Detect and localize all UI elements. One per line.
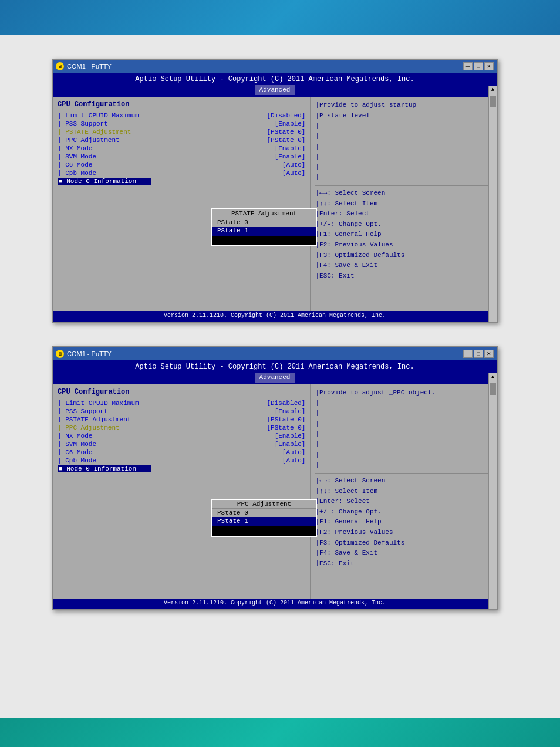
keybinds-1: |←→: Select Screen |↑↓: Select Item |Ent… [315,188,492,281]
keybinds-2: |←→: Select Screen |↑↓: Select Item |Ent… [315,476,492,569]
bios-body-1: CPU Configuration | Limit CPUID Maximum … [53,97,497,317]
putty-window-2: 🖥 COM1 - PuTTY ─ □ ✕ Aptio Setup Utility… [52,346,498,610]
row-value-1-4: [PState 0] [266,137,305,144]
row-label-2-7: | C6 Mode [58,449,151,456]
bios-row-1-6: | SVM Mode [Enable] [58,153,305,160]
help-text-1: |Provide to adjust startup |P-state leve… [315,100,492,183]
row-label-2-4: | PPC Adjustment [58,424,151,431]
bios-row-2-4: | PPC Adjustment [PState 0] [58,424,305,431]
bottom-banner [0,718,560,747]
minimize-button-1[interactable]: ─ [463,62,473,70]
row-label-1-2: | PSS Support [58,120,151,127]
dropdown-title-2: PPC Adjustment [212,500,316,509]
row-value-2-8: [Auto] [282,457,306,464]
bios-row-2-3: | PSTATE Adjustment [PState 0] [58,416,305,423]
window-title-2: COM1 - PuTTY [67,350,112,357]
row-label-1-4: | PPC Adjustment [58,137,151,144]
tab-row-1: Advanced [53,85,497,95]
row-label-2-2: | PSS Support [58,408,151,415]
bios-header-2: Aptio Setup Utility - Copyright (C) 2011… [53,360,497,384]
row-label-2-9: ■ Node 0 Information [58,465,151,472]
close-button-2[interactable]: ✕ [484,350,494,358]
row-value-1-8: [Auto] [282,170,306,177]
title-bar-left-2: 🖥 COM1 - PuTTY [56,350,112,358]
row-label-1-9: ■ Node 0 Information [58,178,151,185]
tab-row-2: Advanced [53,373,497,383]
row-label-2-1: | Limit CPUID Maximum [58,400,151,407]
bios-screen-2: Aptio Setup Utility - Copyright (C) 2011… [53,360,497,609]
bios-body-2: CPU Configuration | Limit CPUID Maximum … [53,384,497,605]
dropdown-1: PSTATE Adjustment PState 0 PState 1 [211,208,317,246]
help-divider-2 [315,473,492,474]
dropdown-item-1-0[interactable]: PState 0 [212,218,316,227]
minimize-button-2[interactable]: ─ [463,350,473,358]
close-button-1[interactable]: ✕ [484,62,494,70]
section-title-1: CPU Configuration [58,100,305,109]
bios-footer-1: Version 2.11.1210. Copyright (C) 2011 Am… [53,311,497,322]
row-value-2-5: [Enable] [275,432,306,440]
row-label-1-6: | SVM Mode [58,153,151,160]
row-value-2-4: [PState 0] [266,424,305,431]
dropdown-item-2-0[interactable]: PState 0 [212,509,316,517]
bios-header-title-2: Aptio Setup Utility - Copyright (C) 2011… [53,362,497,372]
row-label-2-8: | Cpb Mode [58,457,151,464]
title-bar-left-1: 🖥 COM1 - PuTTY [56,62,112,70]
row-value-1-7: [Auto] [282,161,306,168]
row-value-2-6: [Enable] [275,441,306,448]
title-bar-1: 🖥 COM1 - PuTTY ─ □ ✕ [53,60,497,73]
help-text-2: |Provide to adjust _PPC object. | | | | … [315,388,492,471]
title-bar-buttons-1: ─ □ ✕ [463,62,494,70]
bios-header-title-1: Aptio Setup Utility - Copyright (C) 2011… [53,75,497,84]
bios-header-1: Aptio Setup Utility - Copyright (C) 2011… [53,73,497,97]
dropdown-2: PPC Adjustment PState 0 PState 1 [211,499,317,537]
scrollbar-1[interactable]: ▲ [488,86,497,322]
bios-row-2-6: | SVM Mode [Enable] [58,441,305,448]
bios-tab-2[interactable]: Advanced [255,373,295,383]
bios-row-2-8: | Cpb Mode [Auto] [58,457,305,464]
bios-footer-2: Version 2.11.1210. Copyright (C) 2011 Am… [53,599,497,609]
maximize-button-1[interactable]: □ [474,62,483,70]
bios-right-1: |Provide to adjust startup |P-state leve… [310,97,497,317]
row-value-2-3: [PState 0] [266,416,305,423]
row-value-2-1: [Disabled] [266,400,305,407]
scrollbar-2[interactable]: ▲ [488,373,497,609]
dropdown-item-1-1[interactable]: PState 1 [212,227,316,235]
bios-tab-1[interactable]: Advanced [255,85,295,95]
bios-screen-1: Aptio Setup Utility - Copyright (C) 2011… [53,73,497,322]
bios-row-1-3: | PSTATE Adjustment [PState 0] [58,129,305,136]
row-value-2-2: [Enable] [275,408,306,415]
bios-row-1-7: | C6 Mode [Auto] [58,161,305,168]
row-label-1-1: | Limit CPUID Maximum [58,112,151,119]
row-label-2-5: | NX Mode [58,432,151,440]
row-label-2-6: | SVM Mode [58,441,151,448]
top-banner [0,0,560,35]
bios-row-1-8: | Cpb Mode [Auto] [58,170,305,177]
bios-row-1-1: | Limit CPUID Maximum [Disabled] [58,112,305,119]
window-title-1: COM1 - PuTTY [67,63,112,70]
bios-row-2-9: ■ Node 0 Information [58,465,305,472]
maximize-button-2[interactable]: □ [474,350,483,358]
row-value-1-3: [PState 0] [266,129,305,136]
bios-row-2-7: | C6 Mode [Auto] [58,449,305,456]
row-label-1-3: | PSTATE Adjustment [58,129,151,136]
putty-icon-1: 🖥 [56,62,64,70]
row-label-2-3: | PSTATE Adjustment [58,416,151,423]
scroll-thumb-1[interactable] [490,96,496,107]
bios-row-1-9: ■ Node 0 Information [58,178,305,185]
scroll-thumb-2[interactable] [490,383,496,395]
bios-left-2: CPU Configuration | Limit CPUID Maximum … [53,384,310,605]
row-label-1-8: | Cpb Mode [58,170,151,177]
bios-row-2-1: | Limit CPUID Maximum [Disabled] [58,400,305,407]
row-value-1-5: [Enable] [275,145,306,152]
bios-row-2-2: | PSS Support [Enable] [58,408,305,415]
bios-row-1-5: | NX Mode [Enable] [58,145,305,152]
bios-row-1-2: | PSS Support [Enable] [58,120,305,127]
bios-left-1: CPU Configuration | Limit CPUID Maximum … [53,97,310,317]
bios-row-2-5: | NX Mode [Enable] [58,432,305,440]
bios-right-2: |Provide to adjust _PPC object. | | | | … [310,384,497,605]
dropdown-item-2-1[interactable]: PState 1 [212,517,316,525]
bios-row-1-4: | PPC Adjustment [PState 0] [58,137,305,144]
row-value-1-1: [Disabled] [266,112,305,119]
help-divider-1 [315,185,492,186]
putty-window-1: 🖥 COM1 - PuTTY ─ □ ✕ Aptio Setup Utility… [52,59,498,323]
